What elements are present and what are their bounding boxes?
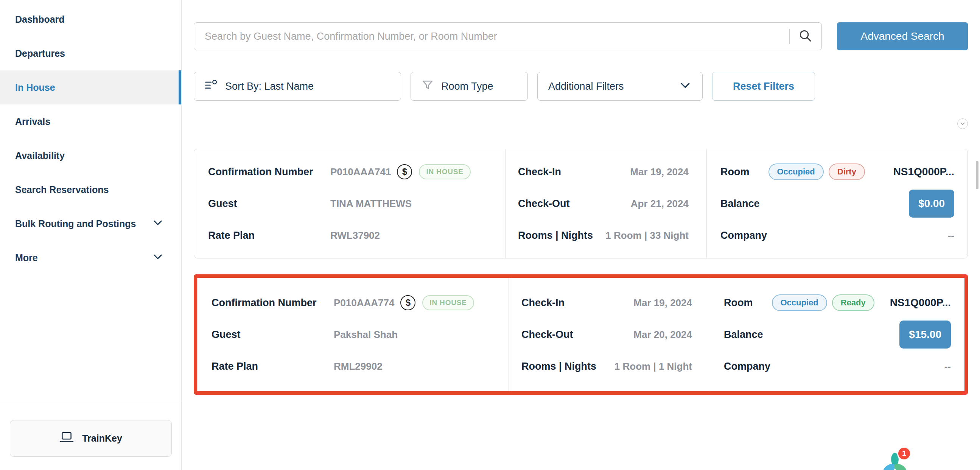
guest-label: Guest	[208, 198, 330, 210]
reservation-card[interactable]: Confirmation Number P010AAA774 $ IN HOUS…	[197, 278, 964, 391]
sidebar-item-label: Search Reservations	[15, 184, 108, 195]
rate-plan-label: Rate Plan	[208, 230, 330, 241]
sidebar-item-departures[interactable]: Departures	[0, 36, 181, 70]
sidebar-item-label: Availability	[15, 150, 65, 161]
company-row: Company --	[721, 220, 954, 251]
confirmation-value: P010AAA741	[330, 166, 391, 178]
rooms-nights-label: Rooms | Nights	[522, 361, 596, 372]
confirmation-row: Confirmation Number P010AAA741 $ IN HOUS…	[208, 156, 505, 188]
checkout-row: Check-Out Apr 21, 2024	[518, 188, 689, 220]
card-dates-column: Check-In Mar 19, 2024 Check-Out Mar 20, …	[509, 278, 710, 391]
sidebar-item-in-house[interactable]: In House	[0, 70, 181, 104]
balance-label: Balance	[721, 198, 760, 210]
housekeeping-badge: Dirty	[829, 164, 865, 180]
chevron-down-icon	[152, 217, 164, 231]
occupancy-badge: Occupied	[768, 164, 824, 180]
room-number-value: NS1Q000P...	[893, 166, 954, 178]
sidebar-item-dashboard[interactable]: Dashboard	[0, 2, 181, 36]
collapse-toggle[interactable]	[957, 118, 968, 129]
app-window: Dashboard Departures In House Arrivals A…	[0, 0, 980, 470]
balance-label: Balance	[724, 329, 763, 341]
chat-widget-icon[interactable]: 1	[881, 451, 908, 470]
main-content: Advanced Search Sort By: Last Name Room …	[181, 0, 980, 470]
card-room-column: Room Occupied Ready NS1Q000P... Balance …	[710, 278, 964, 391]
room-status-badges: Occupied Dirty	[768, 164, 865, 180]
sidebar-item-label: Arrivals	[15, 116, 50, 127]
chevron-down-icon	[152, 250, 164, 265]
section-divider	[194, 124, 968, 124]
sidebar-nav: Dashboard Departures In House Arrivals A…	[0, 0, 181, 275]
room-row: Room Occupied Ready NS1Q000P...	[724, 287, 951, 319]
scrollbar-thumb[interactable]	[976, 161, 978, 189]
search-box	[194, 22, 822, 50]
sort-by-label: Sort By: Last Name	[225, 81, 314, 92]
checkout-row: Check-Out Mar 20, 2024	[522, 319, 692, 351]
room-type-label: Room Type	[441, 81, 493, 92]
additional-filters-label: Additional Filters	[548, 81, 624, 92]
sidebar-item-arrivals[interactable]: Arrivals	[0, 104, 181, 139]
rooms-nights-label: Rooms | Nights	[518, 230, 593, 241]
reset-filters-button[interactable]: Reset Filters	[712, 72, 815, 101]
balance-button[interactable]: $15.00	[899, 320, 951, 349]
sidebar-item-search-reservations[interactable]: Search Reservations	[0, 172, 181, 207]
additional-filters-button[interactable]: Additional Filters	[537, 72, 703, 101]
laptop-icon	[59, 432, 74, 445]
checkin-row: Check-In Mar 19, 2024	[522, 287, 692, 319]
occupancy-badge: Occupied	[772, 295, 827, 311]
sidebar: Dashboard Departures In House Arrivals A…	[0, 0, 181, 470]
company-value: --	[948, 230, 954, 241]
funnel-icon	[422, 79, 434, 94]
divider-line	[194, 124, 955, 124]
card-guest-column: Confirmation Number P010AAA741 $ IN HOUS…	[194, 149, 506, 258]
guest-value: Pakshal Shah	[334, 329, 398, 341]
search-icon[interactable]	[798, 29, 812, 44]
sidebar-item-bulk-routing[interactable]: Bulk Routing and Postings	[0, 207, 181, 241]
rooms-nights-value: 1 Room | 33 Night	[605, 230, 689, 241]
sidebar-item-label: In House	[15, 82, 55, 93]
checkout-label: Check-Out	[522, 329, 573, 341]
rate-plan-label: Rate Plan	[212, 361, 334, 372]
status-badge: IN HOUSE	[419, 164, 470, 179]
room-type-button[interactable]: Room Type	[410, 72, 528, 101]
search-divider	[789, 29, 790, 44]
sidebar-footer: TrainKey	[0, 401, 181, 470]
payment-dollar-icon[interactable]: $	[400, 295, 415, 310]
housekeeping-badge: Ready	[832, 295, 875, 311]
rooms-nights-row: Rooms | Nights 1 Room | 1 Night	[522, 351, 692, 382]
rate-plan-row: Rate Plan RWL37902	[208, 220, 505, 251]
search-row: Advanced Search	[194, 22, 968, 50]
company-label: Company	[724, 361, 770, 372]
sidebar-item-label: More	[15, 252, 38, 263]
trainkey-button[interactable]: TrainKey	[10, 420, 172, 457]
rooms-nights-row: Rooms | Nights 1 Room | 33 Night	[518, 220, 689, 251]
sidebar-item-label: Departures	[15, 48, 65, 59]
search-input[interactable]	[205, 31, 781, 42]
checkout-value: Mar 20, 2024	[633, 329, 692, 341]
confirmation-label: Confirmation Number	[212, 297, 334, 309]
card-guest-column: Confirmation Number P010AAA774 $ IN HOUS…	[197, 278, 509, 391]
balance-row: Balance $15.00	[724, 319, 951, 351]
sidebar-item-label: Bulk Routing and Postings	[15, 218, 136, 229]
trainkey-label: TrainKey	[82, 433, 122, 444]
payment-dollar-icon[interactable]: $	[397, 164, 412, 179]
room-number-value: NS1Q000P...	[890, 297, 951, 309]
sort-by-button[interactable]: Sort By: Last Name	[194, 72, 401, 101]
checkout-label: Check-Out	[518, 198, 570, 210]
reset-filters-label: Reset Filters	[733, 81, 794, 92]
confirmation-label: Confirmation Number	[208, 166, 330, 178]
checkin-value: Mar 19, 2024	[630, 166, 689, 178]
advanced-search-button[interactable]: Advanced Search	[837, 22, 968, 50]
reservation-card[interactable]: Confirmation Number P010AAA741 $ IN HOUS…	[194, 149, 968, 258]
balance-button[interactable]: $0.00	[909, 190, 954, 218]
sort-icon	[205, 80, 218, 93]
guest-row: Guest TINA MATTHEWS	[208, 188, 505, 220]
status-badge: IN HOUSE	[422, 295, 474, 310]
checkin-value: Mar 19, 2024	[633, 297, 692, 309]
confirmation-row: Confirmation Number P010AAA774 $ IN HOUS…	[212, 287, 509, 319]
rate-plan-row: Rate Plan RML29902	[212, 351, 509, 382]
checkout-value: Apr 21, 2024	[631, 198, 689, 210]
room-label: Room	[721, 166, 749, 178]
sidebar-item-more[interactable]: More	[0, 241, 181, 275]
sidebar-item-availability[interactable]: Availability	[0, 139, 181, 172]
guest-row: Guest Pakshal Shah	[212, 319, 509, 351]
